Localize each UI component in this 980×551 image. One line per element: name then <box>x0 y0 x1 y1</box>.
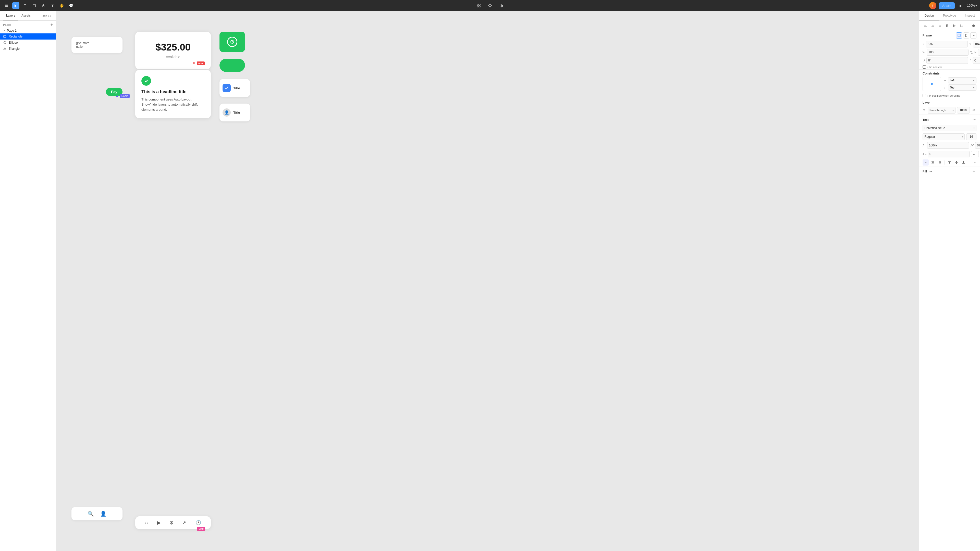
svg-rect-0 <box>5 5 8 5</box>
robin-cursor: Robin <box>116 94 130 98</box>
toolbar: T ✋ 💬 ◑ F Share ▶ 100% ▾ <box>0 0 372 11</box>
page-item[interactable]: ✓ Page 1 <box>0 28 56 33</box>
shape-tool[interactable] <box>30 2 38 9</box>
content-card: This is a headline title This component … <box>135 70 211 118</box>
layer-triangle-label: Triangle <box>9 47 20 51</box>
text-tool[interactable]: T <box>49 2 56 9</box>
layer-rectangle-label: Rectangle <box>9 35 22 38</box>
green-pill-card <box>220 59 245 72</box>
user-avatar: 👤 <box>223 108 231 117</box>
page-chevron[interactable]: ▾ <box>50 14 51 17</box>
green-target-card <box>220 32 245 52</box>
svg-rect-9 <box>26 4 26 5</box>
svg-rect-8 <box>24 6 24 7</box>
hand-tool[interactable]: ✋ <box>58 2 65 9</box>
menu-icon[interactable] <box>3 2 10 9</box>
tab-layers[interactable]: Layers <box>3 11 18 21</box>
panel-tabs: Layers Assets Page 1 ▾ <box>0 11 56 21</box>
ellipse-icon <box>3 41 6 44</box>
left-card-text: give morenation <box>76 41 89 48</box>
white-title-card-1: Title <box>220 79 250 97</box>
page-name: Page 1 <box>7 29 17 32</box>
left-info-card: give morenation <box>72 37 123 53</box>
alex-label: Alex <box>197 62 205 65</box>
svg-point-12 <box>43 5 44 6</box>
page-checkmark: ✓ <box>3 29 5 32</box>
layer-item-ellipse[interactable]: Ellipse <box>0 40 56 46</box>
pages-section-header: Pages + <box>0 21 56 28</box>
frame-tool[interactable] <box>21 2 29 9</box>
triangle-icon <box>3 47 6 51</box>
layer-item-rectangle[interactable]: Rectangle <box>0 33 56 40</box>
price-card: $325.00 Available Alex <box>135 32 211 69</box>
left-panel: Layers Assets Page 1 ▾ Pages + ✓ Page 1 <box>0 11 56 208</box>
svg-rect-7 <box>24 4 24 5</box>
layer-ellipse-label: Ellipse <box>9 41 18 44</box>
pen-tool[interactable] <box>40 2 47 9</box>
price-amount: $325.00 <box>143 42 203 53</box>
pages-label: Pages <box>3 23 11 26</box>
select-tool[interactable] <box>12 2 19 9</box>
svg-rect-2 <box>5 6 8 7</box>
tab-assets[interactable]: Assets <box>18 11 34 21</box>
price-label: Available <box>143 55 203 59</box>
main-area: Layers Assets Page 1 ▾ Pages + ✓ Page 1 <box>0 11 372 208</box>
title-text-1: Title <box>233 86 240 90</box>
white-title-card-2: 👤 Title <box>220 103 250 121</box>
svg-point-18 <box>4 41 6 44</box>
svg-rect-11 <box>33 4 35 7</box>
toolbar-left: T ✋ 💬 <box>3 2 75 9</box>
alex-cursor: Alex <box>193 61 205 65</box>
target-icon <box>227 37 237 47</box>
blue-icon <box>223 84 231 92</box>
rectangle-icon <box>3 35 6 38</box>
page-selector[interactable]: Page 1 <box>41 14 49 17</box>
comment-tool[interactable]: 💬 <box>67 2 75 9</box>
add-page-btn[interactable]: + <box>51 23 53 27</box>
canvas[interactable]: give morenation Pay Robin 🔍 👤 $325.00 Av… <box>56 11 372 208</box>
checkmark-icon <box>142 76 151 86</box>
title-text-2: Title <box>233 111 240 114</box>
svg-rect-17 <box>3 35 6 38</box>
layer-item-triangle[interactable]: Triangle <box>0 46 56 52</box>
svg-rect-1 <box>5 5 8 6</box>
svg-rect-10 <box>26 6 26 7</box>
robin-label: Robin <box>120 94 130 98</box>
layers-section: Rectangle Ellipse Triangle <box>0 33 56 208</box>
content-body: This component uses Auto Layout. Show/hi… <box>142 97 205 112</box>
content-headline: This is a headline title <box>142 89 205 94</box>
